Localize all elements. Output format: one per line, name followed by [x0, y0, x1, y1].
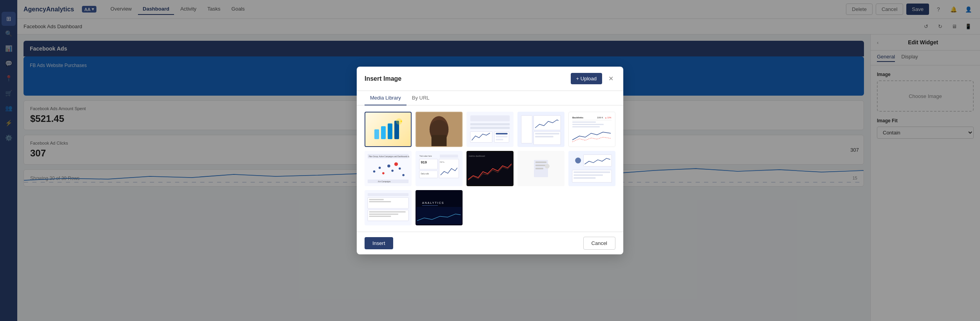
svg-rect-12 — [470, 116, 510, 122]
svg-rect-25 — [535, 136, 554, 138]
image-thumb-7[interactable]: Trial value here 919 Daily calls FM Pts — [416, 151, 463, 186]
svg-rect-80 — [416, 207, 462, 224]
image-thumb-6[interactable]: Plan Group, Active Campaigns and Dashboa… — [365, 151, 412, 186]
svg-rect-2 — [381, 126, 386, 139]
svg-text:FM Pts: FM Pts — [440, 161, 445, 163]
svg-rect-74 — [369, 201, 391, 202]
svg-rect-1 — [374, 129, 379, 139]
image-thumb-4[interactable] — [517, 112, 564, 147]
svg-text:919: 919 — [421, 160, 427, 164]
svg-point-41 — [394, 162, 398, 166]
svg-rect-24 — [535, 133, 559, 134]
modal-title: Insert Image — [365, 75, 401, 82]
svg-rect-69 — [573, 177, 595, 179]
upload-button[interactable]: + Upload — [571, 73, 602, 84]
svg-rect-15 — [470, 132, 492, 143]
svg-point-42 — [399, 167, 401, 170]
svg-rect-10 — [432, 135, 447, 147]
svg-point-38 — [382, 172, 385, 174]
svg-point-43 — [402, 174, 405, 176]
svg-rect-78 — [369, 216, 391, 217]
svg-point-39 — [387, 165, 390, 167]
image-grid: ★ — [365, 112, 615, 225]
image-thumb-1[interactable]: ★ — [365, 112, 412, 147]
svg-text:▲ 10%: ▲ 10% — [605, 116, 612, 119]
image-thumb-9[interactable] — [517, 151, 564, 186]
image-thumb-11[interactable] — [365, 190, 412, 225]
svg-rect-60 — [535, 165, 546, 166]
close-icon[interactable]: ✕ — [606, 74, 615, 83]
image-thumb-5[interactable]: Backlinks 199 K ▲ 10% — [568, 112, 615, 147]
svg-rect-61 — [535, 168, 543, 169]
modal-header-right: + Upload ✕ — [571, 73, 615, 84]
svg-rect-14 — [470, 127, 510, 129]
svg-text:metrics dashboard: metrics dashboard — [469, 155, 485, 157]
svg-text:Plan Group, Active Campaigns a: Plan Group, Active Campaigns and Dashboa… — [369, 156, 409, 158]
svg-text:Daily calls: Daily calls — [421, 173, 429, 175]
image-thumb-10[interactable] — [568, 151, 615, 186]
insert-button[interactable]: Insert — [365, 237, 393, 249]
svg-rect-48 — [440, 155, 458, 158]
svg-rect-73 — [369, 199, 384, 200]
insert-image-modal: Insert Image + Upload ✕ Media Library By… — [357, 67, 623, 254]
modal-tabs: Media Library By URL — [357, 91, 623, 105]
svg-rect-29 — [572, 120, 612, 120]
svg-rect-68 — [573, 174, 603, 176]
svg-point-6 — [396, 118, 402, 125]
svg-rect-32 — [572, 126, 600, 127]
svg-text:Backlinks: Backlinks — [572, 116, 584, 119]
svg-rect-13 — [470, 123, 510, 125]
modal-body: ★ — [357, 105, 623, 232]
svg-point-37 — [379, 167, 381, 169]
svg-rect-31 — [572, 124, 604, 125]
svg-text:Trial value here: Trial value here — [419, 155, 432, 157]
svg-point-62 — [545, 164, 550, 169]
svg-point-64 — [575, 158, 581, 163]
svg-rect-76 — [369, 211, 406, 212]
svg-rect-3 — [388, 123, 392, 139]
image-thumb-3[interactable] — [466, 112, 514, 147]
svg-point-36 — [373, 170, 376, 173]
svg-rect-67 — [573, 171, 610, 173]
tab-by-url[interactable]: By URL — [407, 91, 435, 105]
modal-overlay[interactable]: Insert Image + Upload ✕ Media Library By… — [0, 0, 980, 321]
image-thumb-8[interactable]: metrics dashboard — [466, 151, 514, 186]
tab-media-library[interactable]: Media Library — [365, 91, 407, 105]
svg-text:ANALYTICS: ANALYTICS — [422, 201, 444, 204]
svg-rect-30 — [572, 122, 596, 123]
svg-rect-21 — [521, 116, 532, 143]
image-thumb-2[interactable] — [416, 112, 463, 147]
cancel-modal-button[interactable]: Cancel — [583, 237, 615, 250]
svg-rect-59 — [535, 161, 546, 163]
modal-footer: Insert Cancel — [357, 232, 623, 254]
svg-rect-77 — [369, 214, 398, 215]
svg-rect-82 — [422, 205, 438, 206]
svg-text:A in Campaigns: A in Campaigns — [378, 181, 391, 183]
modal-header: Insert Image + Upload ✕ — [357, 67, 623, 91]
svg-rect-19 — [496, 139, 503, 140]
image-thumb-12[interactable]: ANALYTICS — [416, 190, 463, 225]
svg-rect-17 — [496, 133, 508, 134]
svg-rect-18 — [496, 136, 508, 138]
svg-text:199 K: 199 K — [597, 116, 603, 119]
svg-rect-71 — [368, 193, 408, 196]
svg-point-40 — [391, 170, 394, 172]
svg-rect-65 — [584, 155, 612, 167]
